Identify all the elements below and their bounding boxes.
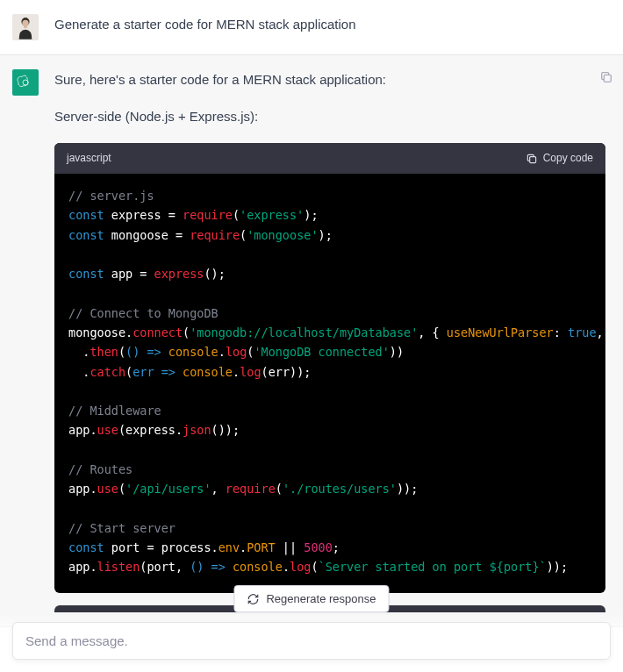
- regenerate-response-button[interactable]: Regenerate response: [233, 585, 389, 612]
- composer-area: [0, 613, 623, 672]
- assistant-message-actions: [597, 68, 616, 87]
- message-input[interactable]: [25, 633, 598, 648]
- user-message-row: Generate a starter code for MERN stack a…: [0, 0, 623, 55]
- composer-box[interactable]: [12, 622, 611, 660]
- user-avatar: [12, 14, 39, 40]
- svg-point-3: [22, 20, 28, 26]
- assistant-avatar: [12, 69, 39, 96]
- user-message-text: Generate a starter code for MERN stack a…: [54, 14, 605, 40]
- svg-rect-5: [529, 156, 535, 162]
- svg-point-4: [23, 80, 28, 85]
- assistant-message-row: Sure, here's a starter code for a MERN s…: [0, 55, 623, 627]
- svg-rect-6: [604, 75, 611, 82]
- refresh-icon: [247, 593, 259, 605]
- regenerate-label: Regenerate response: [266, 592, 376, 605]
- copy-message-button[interactable]: [597, 68, 616, 87]
- code-block-header: javascript Copy code: [54, 143, 605, 174]
- code-content: // server.js const express = require('ex…: [54, 174, 605, 592]
- chat-scroll-area: Generate a starter code for MERN stack a…: [0, 0, 623, 672]
- assistant-intro: Sure, here's a starter code for a MERN s…: [54, 69, 605, 90]
- copy-code-label: Copy code: [543, 150, 593, 167]
- code-language-label: javascript: [67, 150, 111, 167]
- code-block: javascript Copy code // server.js const …: [54, 143, 605, 593]
- copy-code-button[interactable]: Copy code: [526, 150, 593, 167]
- assistant-section-label: Server-side (Node.js + Express.js):: [54, 106, 605, 127]
